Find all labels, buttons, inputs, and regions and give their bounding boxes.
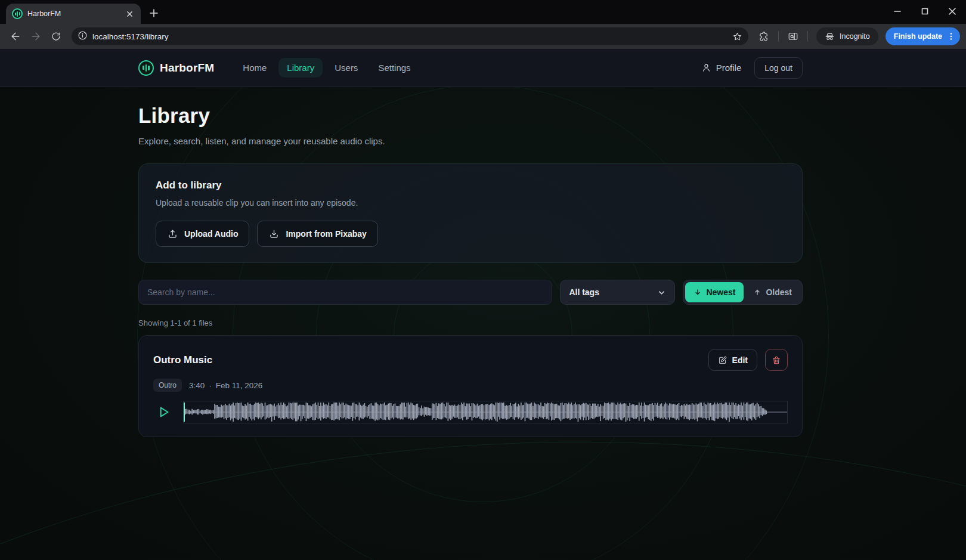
tags-select[interactable]: All tags [560,280,675,305]
kebab-menu-icon[interactable] [947,32,955,41]
trash-icon [772,355,781,365]
search-input[interactable] [138,280,552,305]
upload-audio-button[interactable]: Upload Audio [156,221,249,247]
tab-title: HarborFM [27,10,119,18]
close-window-icon[interactable] [939,0,966,23]
page-subtitle: Explore, search, listen, and manage your… [138,136,803,146]
app-header: HarborFM Home Library Users Settings Pro… [0,49,966,87]
download-icon [268,228,280,240]
brand-name: HarborFM [160,61,214,75]
delete-button[interactable] [765,349,788,371]
tab-strip: HarborFM [0,0,966,24]
import-pixabay-button[interactable]: Import from Pixabay [257,221,377,247]
reload-icon[interactable] [47,27,66,46]
url-bar[interactable]: localhost:5173/library [72,27,748,45]
finish-update-label: Finish update [894,32,942,41]
browser-toolbar: localhost:5173/library Incognito Finish … [0,24,966,49]
profile-label: Profile [716,63,742,73]
play-button[interactable] [153,402,174,422]
arrow-down-icon [693,288,702,296]
finish-update-button[interactable]: Finish update [886,27,960,45]
upload-audio-label: Upload Audio [184,229,238,239]
filter-row: All tags Newest Oldest [138,280,803,305]
file-date: Feb 11, 2026 [216,381,263,390]
profile-link[interactable]: Profile [701,63,742,73]
upload-icon [167,228,178,240]
nav-item-home[interactable]: Home [234,58,275,78]
main-nav: Home Library Users Settings [234,58,419,78]
url-text: localhost:5173/library [92,32,724,41]
nav-item-library[interactable]: Library [278,58,323,78]
edit-label: Edit [732,355,748,365]
incognito-label: Incognito [840,32,870,41]
tags-select-value: All tags [569,287,657,297]
logout-button[interactable]: Log out [754,57,803,79]
arrow-up-icon [753,288,761,296]
add-card-title: Add to library [156,180,785,191]
browser-tab[interactable]: HarborFM [6,4,141,24]
minimize-icon[interactable] [884,0,911,23]
import-pixabay-label: Import from Pixabay [286,229,366,239]
toolbar-divider [807,31,808,42]
sort-newest-label: Newest [706,287,735,297]
nav-item-users[interactable]: Users [326,58,366,78]
maximize-icon[interactable] [911,0,939,23]
sort-oldest-button[interactable]: Oldest [745,282,800,302]
file-name: Outro Music [153,354,708,366]
page-title: Library [138,104,803,128]
waveform[interactable] [183,401,788,423]
add-card-description: Upload a reusable clip you can insert in… [156,198,785,208]
sort-newest-button[interactable]: Newest [685,282,744,302]
incognito-badge: Incognito [816,27,878,45]
file-meta-text: 3:40 · Feb 11, 2026 [189,381,262,390]
new-tab-button[interactable] [145,5,162,21]
edit-button[interactable]: Edit [708,349,757,371]
bookmark-star-icon[interactable] [729,29,745,44]
forward-icon[interactable] [26,27,45,46]
meta-separator: · [209,381,212,390]
play-icon [156,404,171,420]
tab-close-icon[interactable] [124,8,135,19]
person-icon [701,63,711,73]
library-page: Library Explore, search, listen, and man… [0,87,966,437]
back-icon[interactable] [6,27,25,46]
harborfm-favicon-icon [12,8,23,19]
sort-toggle-group: Newest Oldest [683,280,803,305]
audio-file-card: Outro Music Edit Outro 3:40 [138,335,803,437]
nav-item-settings[interactable]: Settings [370,58,419,78]
side-panel-search-icon[interactable] [784,27,803,46]
results-summary: Showing 1-1 of 1 files [138,318,803,327]
add-to-library-card: Add to library Upload a reusable clip yo… [138,163,803,263]
tag-badge: Outro [153,379,182,392]
edit-pencil-icon [718,355,727,365]
sort-oldest-label: Oldest [766,287,792,297]
extensions-icon[interactable] [754,27,773,46]
harborfm-logo-icon [138,60,154,76]
site-info-icon[interactable] [78,30,88,43]
window-controls [884,0,966,23]
file-duration: 3:40 [189,381,205,390]
browser-window: HarborFM localhost:5173/li [0,0,966,49]
toolbar-divider [778,31,779,42]
chevron-down-icon [657,288,666,297]
app-root: HarborFM Home Library Users Settings Pro… [0,49,966,560]
